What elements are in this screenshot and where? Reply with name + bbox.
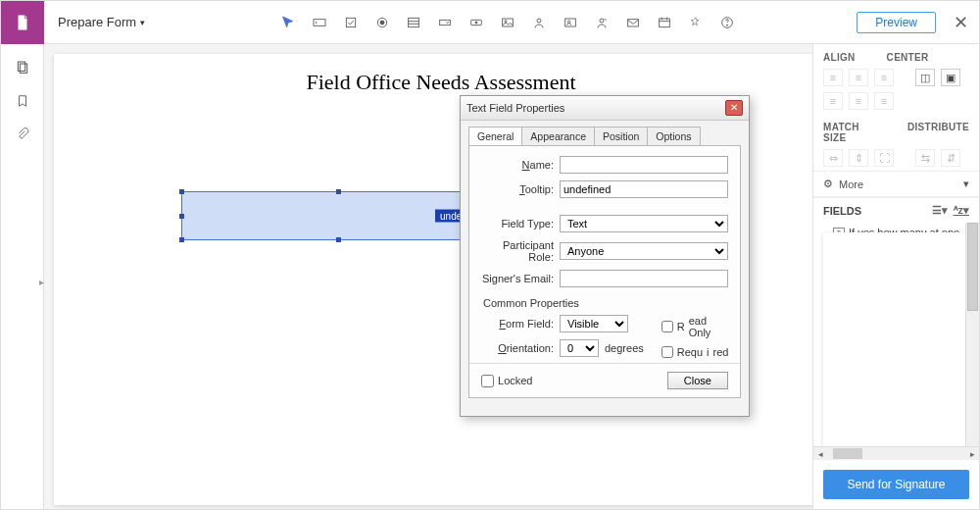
radio-tool[interactable] xyxy=(371,12,393,33)
resize-handle[interactable] xyxy=(179,237,184,242)
scroll-left-icon[interactable]: ◂ xyxy=(813,447,827,460)
match-both-icon: ⛶ xyxy=(874,149,894,167)
svg-rect-18 xyxy=(660,19,670,27)
tab-options[interactable]: Options xyxy=(647,127,700,145)
fields-heading: FIELDS xyxy=(823,205,861,217)
dialog-body: Name: Tooltip: Field Type: Text Particip… xyxy=(468,145,741,398)
preview-button[interactable]: Preview xyxy=(857,12,936,33)
caret-down-icon: ▾ xyxy=(140,18,145,27)
align-middle-icon: ≡ xyxy=(849,92,868,110)
center-heading: CENTER xyxy=(887,52,929,63)
button-tool[interactable] xyxy=(466,12,487,33)
distribute-v-icon: ⇵ xyxy=(941,149,960,167)
close-button[interactable]: Close xyxy=(667,372,728,389)
center-v-icon[interactable]: ▣ xyxy=(941,69,960,86)
resize-handle[interactable] xyxy=(179,189,184,194)
text-field-tool[interactable] xyxy=(309,12,330,33)
dialog-titlebar[interactable]: Text Field Properties ✕ xyxy=(461,96,749,121)
tab-general[interactable]: General xyxy=(468,127,522,145)
read-only-checkbox-label[interactable]: Read Only xyxy=(662,315,729,338)
orientation-select[interactable]: 0 xyxy=(560,339,599,357)
page-title: Field Office Needs Assessment xyxy=(54,54,812,95)
attachment-icon[interactable] xyxy=(13,125,32,144)
svg-point-16 xyxy=(600,19,604,23)
initials-tool[interactable] xyxy=(591,12,612,33)
field-type-select[interactable]: Text xyxy=(560,215,728,232)
sort-icon[interactable]: ☰▾ xyxy=(932,204,948,217)
text-field-properties-dialog: Text Field Properties ✕ General Appearan… xyxy=(460,95,750,417)
align-top-icon: ≡ xyxy=(823,92,843,110)
image-field-tool[interactable] xyxy=(497,12,518,33)
signature-tool[interactable] xyxy=(528,12,550,33)
svg-point-13 xyxy=(537,19,541,23)
orientation-label: Orientation: xyxy=(481,342,560,354)
vertical-scrollbar[interactable] xyxy=(965,223,979,446)
svg-point-12 xyxy=(505,20,507,22)
bookmark-icon[interactable] xyxy=(13,91,32,111)
signature-block-tool[interactable] xyxy=(560,12,581,33)
svg-point-10 xyxy=(475,22,477,24)
pointer-tool[interactable] xyxy=(277,12,299,33)
tooltip-label: Tooltip: xyxy=(481,183,560,195)
mode-dropdown[interactable]: Prepare Form ▾ xyxy=(44,15,159,29)
required-checkbox-label[interactable]: Required xyxy=(662,346,729,358)
svg-rect-17 xyxy=(628,19,639,26)
fields-tree: TIf yes how many at one TWhat will they … xyxy=(813,223,979,446)
top-toolbar: Prepare Form ▾ Preview ✕ xyxy=(1,1,979,44)
email-tool[interactable] xyxy=(622,12,644,33)
help-tool[interactable] xyxy=(716,12,738,33)
resize-handle[interactable] xyxy=(179,214,184,219)
distribute-h-icon: ⇆ xyxy=(915,149,935,167)
dialog-footer: Locked Close xyxy=(469,363,740,397)
svg-point-4 xyxy=(380,21,384,25)
document-icon xyxy=(14,14,31,31)
read-only-checkbox[interactable] xyxy=(662,321,673,332)
svg-point-23 xyxy=(727,25,728,26)
name-input[interactable] xyxy=(560,156,728,174)
checkbox-tool[interactable] xyxy=(340,12,362,33)
tab-position[interactable]: Position xyxy=(594,127,648,145)
center-h-icon[interactable]: ◫ xyxy=(915,69,935,86)
date-tool[interactable] xyxy=(654,12,675,33)
more-dropdown[interactable]: ⚙ More ▾ xyxy=(813,172,979,196)
signers-email-label: Signer's Email: xyxy=(481,273,560,284)
tab-order-icon[interactable]: ᴬz▾ xyxy=(954,204,970,217)
match-size-heading: MATCH SIZE xyxy=(823,122,876,143)
tab-appearance[interactable]: Appearance xyxy=(521,127,595,145)
scrollbar-thumb[interactable] xyxy=(833,448,862,459)
form-field-label: Form Field: xyxy=(481,318,560,330)
app-icon[interactable] xyxy=(1,1,44,44)
participant-role-label: Participant Role: xyxy=(481,239,560,263)
thumbnails-icon[interactable] xyxy=(13,58,32,77)
tooltip-input[interactable] xyxy=(560,180,728,198)
pin-tool[interactable] xyxy=(685,12,707,33)
horizontal-scrollbar[interactable]: ◂ ▸ xyxy=(813,446,979,460)
locked-checkbox[interactable] xyxy=(481,375,494,387)
align-bottom-icon: ≡ xyxy=(874,92,894,110)
svg-rect-0 xyxy=(314,19,325,26)
align-center-icon: ≡ xyxy=(849,69,868,86)
signers-email-input[interactable] xyxy=(560,270,728,287)
required-checkbox[interactable] xyxy=(662,346,673,358)
scroll-right-icon[interactable]: ▸ xyxy=(965,447,979,460)
form-field-select[interactable]: Visible xyxy=(560,315,628,332)
send-for-signature-button[interactable]: Send for Signature xyxy=(823,470,969,499)
match-height-icon: ⇕ xyxy=(849,149,868,167)
degrees-label: degrees xyxy=(605,342,644,354)
close-panel-button[interactable]: ✕ xyxy=(942,12,979,33)
svg-rect-24 xyxy=(18,62,24,71)
dialog-close-button[interactable]: ✕ xyxy=(725,100,743,116)
scrollbar-thumb[interactable] xyxy=(967,223,978,311)
locked-checkbox-row[interactable]: Locked xyxy=(481,375,667,387)
resize-handle[interactable] xyxy=(336,237,341,242)
right-panel: ALIGN CENTER ≡ ≡ ≡ ◫ ▣ ≡ ≡ ≡ MATCH SIZE … xyxy=(812,44,979,509)
settings-icon: ⚙ xyxy=(823,178,833,190)
align-left-icon: ≡ xyxy=(823,69,843,86)
distribute-heading: DISTRIBUTE xyxy=(907,122,969,143)
listbox-tool[interactable] xyxy=(403,12,424,33)
participant-role-select[interactable]: Anyone xyxy=(560,242,728,260)
dropdown-tool[interactable] xyxy=(434,12,456,33)
page-node[interactable]: ⊟ ▭ Page 3 xyxy=(823,232,979,446)
selected-text-field[interactable]: undefined xyxy=(181,191,495,240)
resize-handle[interactable] xyxy=(336,189,341,194)
